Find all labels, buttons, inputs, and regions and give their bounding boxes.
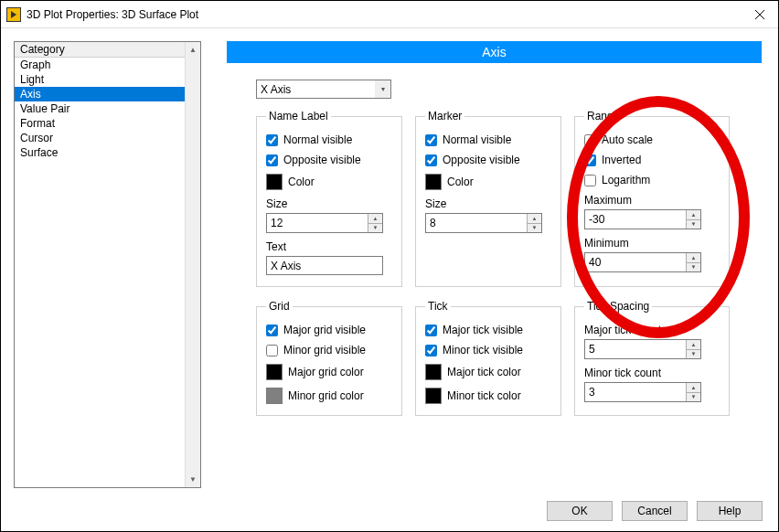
spinner-minor-tick-count[interactable]: ▲▼ [584,382,701,402]
label-name-normal-visible: Normal visible [283,133,352,146]
spin-down-icon[interactable]: ▼ [368,224,382,233]
spin-up-icon[interactable]: ▲ [528,214,541,224]
group-grid: Grid Major grid visible Minor grid visib… [256,300,402,416]
input-range-minimum[interactable] [585,253,686,271]
input-name-text[interactable] [266,256,383,275]
checkbox-grid-major-visible[interactable] [266,325,278,336]
label-grid-major-visible: Major grid visible [283,324,366,336]
list-item-light[interactable]: Light [15,72,200,87]
list-header: Category [15,42,200,58]
spin-down-icon[interactable]: ▼ [687,393,700,402]
spinner-range-maximum[interactable]: ▲▼ [584,209,701,229]
spin-up-icon[interactable]: ▲ [687,210,700,220]
label-grid-major-color: Major grid color [288,366,364,378]
main-panel: Axis ▾ Name Label Normal visible Opposit… [227,41,762,484]
label-major-tick-count: Major tick count [584,324,720,336]
color-swatch-name[interactable] [266,174,283,190]
titlebar: 3D Plot Properties: 3D Surface Plot [1,1,778,28]
window-title: 3D Plot Properties: 3D Surface Plot [27,8,742,21]
checkbox-range-logarithm[interactable] [584,175,596,186]
checkbox-tick-minor-visible[interactable] [425,345,437,356]
spin-down-icon[interactable]: ▼ [687,263,700,272]
label-marker-normal-visible: Normal visible [443,133,511,146]
legend-range: Range [584,110,622,122]
label-grid-minor-color: Minor grid color [288,389,364,402]
input-name-size[interactable] [267,214,368,232]
group-tick-spacing: Tick Spacing Major tick count ▲▼ Minor t… [574,300,730,416]
input-marker-size[interactable] [426,214,527,232]
color-swatch-grid-minor[interactable] [266,388,283,404]
color-swatch-tick-minor[interactable] [425,388,442,404]
input-major-tick-count[interactable] [585,340,686,358]
label-minor-tick-count: Minor tick count [584,367,720,379]
spinner-range-minimum[interactable]: ▲▼ [584,252,701,272]
list-item-value-pair[interactable]: Value Pair [15,101,200,116]
label-name-color: Color [288,176,315,188]
checkbox-tick-major-visible[interactable] [425,325,437,336]
checkbox-grid-minor-visible[interactable] [266,345,278,356]
scroll-track[interactable] [186,58,200,472]
spin-down-icon[interactable]: ▼ [687,350,700,359]
list-item-surface[interactable]: Surface [15,145,200,160]
panel-title: Axis [227,41,762,63]
spin-up-icon[interactable]: ▲ [368,214,382,224]
app-icon [6,7,21,22]
label-marker-opposite-visible: Opposite visible [443,154,520,166]
chevron-down-icon[interactable]: ▾ [375,80,391,99]
label-name-size: Size [266,197,392,210]
label-range-auto-scale: Auto scale [602,133,653,146]
group-range: Range Auto scale Inverted Logarithm Maxi… [574,110,730,287]
label-tick-major-color: Major tick color [447,366,521,378]
help-button[interactable]: Help [697,501,763,521]
legend-grid: Grid [266,300,293,313]
label-tick-minor-visible: Minor tick visible [443,344,523,356]
color-swatch-tick-major[interactable] [425,364,442,380]
spin-up-icon[interactable]: ▲ [687,383,700,393]
label-range-logarithm: Logarithm [602,174,650,186]
color-swatch-marker[interactable] [425,174,442,190]
group-marker: Marker Normal visible Opposite visible C… [415,110,561,287]
list-item-format[interactable]: Format [15,116,200,131]
spin-down-icon[interactable]: ▼ [687,220,700,229]
spin-up-icon[interactable]: ▲ [687,340,700,350]
color-swatch-grid-major[interactable] [266,364,283,380]
ok-button[interactable]: OK [547,501,613,521]
label-grid-minor-visible: Minor grid visible [283,344,366,356]
spin-up-icon[interactable]: ▲ [687,253,700,263]
checkbox-marker-opposite-visible[interactable] [425,154,437,166]
label-marker-color: Color [447,176,474,188]
axis-select[interactable] [256,80,375,99]
category-listbox[interactable]: Category Graph Light Axis Value Pair For… [14,41,201,488]
spinner-major-tick-count[interactable]: ▲▼ [584,339,701,359]
dialog-buttons: OK Cancel Help [547,501,763,521]
checkbox-range-inverted[interactable] [584,154,596,166]
scroll-down-icon[interactable]: ▼ [186,472,200,487]
label-name-text: Text [266,240,392,253]
list-item-cursor[interactable]: Cursor [15,131,200,145]
input-minor-tick-count[interactable] [585,383,686,401]
label-range-inverted: Inverted [602,154,641,166]
checkbox-range-auto-scale[interactable] [584,134,596,146]
label-marker-size: Size [425,197,551,210]
close-button[interactable] [742,1,778,28]
list-item-graph[interactable]: Graph [15,58,200,72]
label-range-minimum: Minimum [584,237,720,250]
group-name-label: Name Label Normal visible Opposite visib… [256,110,402,287]
scroll-up-icon[interactable]: ▲ [186,42,200,58]
cancel-button[interactable]: Cancel [622,501,688,521]
group-tick: Tick Major tick visible Minor tick visib… [415,300,561,416]
scrollbar[interactable]: ▲ ▼ [185,42,200,487]
checkbox-name-normal-visible[interactable] [266,134,278,146]
label-tick-major-visible: Major tick visible [443,324,523,336]
svg-marker-0 [11,11,16,18]
spinner-marker-size[interactable]: ▲▼ [425,213,542,233]
spinner-name-size[interactable]: ▲▼ [266,213,383,233]
spin-down-icon[interactable]: ▼ [528,224,541,233]
input-range-maximum[interactable] [585,210,686,229]
list-item-axis[interactable]: Axis [15,87,200,101]
checkbox-marker-normal-visible[interactable] [425,134,437,146]
label-name-opposite-visible: Opposite visible [283,154,361,166]
sidebar: Category Graph Light Axis Value Pair For… [14,41,201,484]
legend-name-label: Name Label [266,110,331,122]
checkbox-name-opposite-visible[interactable] [266,154,278,166]
